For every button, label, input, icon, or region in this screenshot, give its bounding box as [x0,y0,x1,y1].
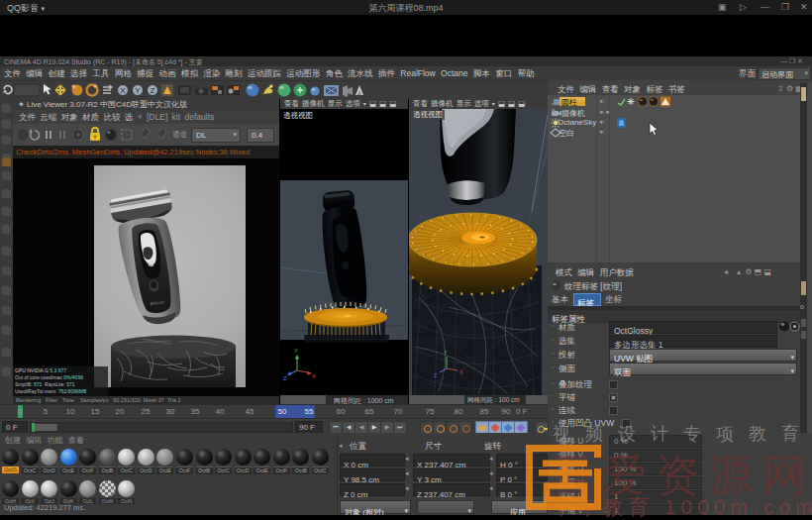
svg-text:X: X [459,369,463,375]
svg-text:Y: Y [444,350,448,356]
svg-text:Y: Y [294,348,298,354]
svg-text:Z: Z [283,375,287,381]
svg-text:Y: Y [135,86,141,95]
svg-text:Z: Z [151,86,155,95]
svg-text:X: X [120,86,126,95]
svg-text:X: X [312,373,316,379]
